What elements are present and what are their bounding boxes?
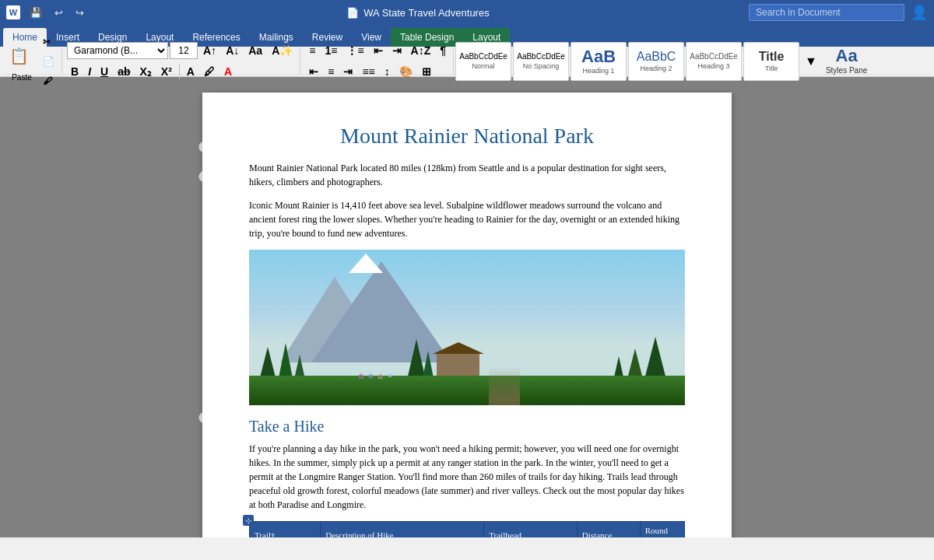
- col-distance: Distance: [577, 522, 640, 538]
- multilevel-button[interactable]: ⋮≡: [342, 41, 367, 60]
- style-title-label: Title: [765, 65, 778, 72]
- table-move-handle[interactable]: ⊹: [243, 515, 254, 526]
- flower-2: ✿: [368, 373, 374, 380]
- flower-1: ✿: [358, 373, 364, 380]
- increase-font-button[interactable]: A↑: [199, 41, 220, 60]
- text-color-button[interactable]: A: [220, 62, 236, 81]
- format-painter-button[interactable]: 🖌: [39, 72, 58, 90]
- styles-pane-button[interactable]: Aa Styles Pane: [823, 44, 870, 79]
- mountain-2: [311, 261, 451, 362]
- numbering-button[interactable]: 1≡: [321, 41, 341, 60]
- hike-title: Take a Hike: [249, 418, 685, 436]
- style-no-spacing-sample: AaBbCcDdEe: [517, 53, 565, 61]
- path: [489, 366, 520, 405]
- col-round-trip: Round Trip: [640, 522, 684, 538]
- style-title-sample: Title: [759, 51, 785, 63]
- intro-paragraph[interactable]: Mount Rainier National Park located 80 m…: [249, 161, 685, 189]
- word-logo-icon: 📄: [346, 7, 359, 19]
- shading-button[interactable]: 🎨: [395, 62, 416, 81]
- park-image: ✿ ✿ ✿ ✿: [249, 250, 685, 405]
- increase-indent-button[interactable]: ⇥: [388, 41, 406, 60]
- redo-button[interactable]: ↪: [72, 5, 87, 20]
- bullets-button[interactable]: ≡: [305, 41, 319, 60]
- decrease-font-button[interactable]: A↓: [222, 41, 243, 60]
- text-effect-button[interactable]: A✨: [268, 41, 297, 60]
- save-button[interactable]: 💾: [26, 5, 45, 20]
- style-normal[interactable]: AaBbCcDdEe Normal: [455, 42, 511, 81]
- meadow: [249, 376, 685, 405]
- style-heading1[interactable]: AaB Heading 1: [571, 42, 627, 81]
- document-title: WA State Travel Adventures: [363, 7, 489, 19]
- style-heading2[interactable]: AaBbC Heading 2: [628, 42, 684, 81]
- flowers: ✿ ✿ ✿ ✿: [358, 373, 392, 380]
- flower-3: ✿: [377, 373, 384, 380]
- justify-button[interactable]: ≡≡: [358, 62, 378, 81]
- col-trailhead: Trailhead: [484, 522, 578, 538]
- align-left-button[interactable]: ⇤: [305, 62, 322, 81]
- font-selector[interactable]: Garamond (B...: [67, 42, 168, 59]
- title-bar: W 💾 ↩ ↪ 📄 WA State Travel Adventures 👤: [0, 0, 934, 25]
- col-trail: Trail†: [250, 522, 321, 538]
- strikethrough-button[interactable]: ab: [114, 62, 134, 81]
- hike-table: Trail† Description of Hike Trailhead Dis…: [249, 521, 685, 537]
- word-icon: W: [6, 5, 20, 19]
- document-container: 👤 Sara Davis 👤 Garth Fort 👤 Sara Davis M…: [0, 77, 934, 537]
- detail-paragraph[interactable]: Iconic Mount Rainier is 14,410 feet abov…: [249, 198, 685, 240]
- user-icon: 👤: [911, 4, 928, 21]
- more-styles-button[interactable]: ▼: [801, 52, 821, 71]
- align-right-button[interactable]: ⇥: [339, 62, 356, 81]
- style-heading3-sample: AaBbCcDdEe: [690, 53, 738, 61]
- styles-group: AaBbCcDdEe Normal AaBbCcDdEe No Spacing …: [455, 42, 821, 81]
- pilcrow-button[interactable]: ¶: [436, 41, 450, 60]
- font-group: Garamond (B... A↑ A↓ Aa A✨ B I U ab X₂ X…: [64, 48, 300, 74]
- style-no-spacing-label: No Spacing: [523, 62, 560, 70]
- font-size-input[interactable]: [170, 42, 198, 59]
- doc-title: Mount Rainier National Park: [249, 124, 685, 149]
- style-normal-sample: AaBbCcDdEe: [459, 53, 507, 61]
- clear-format-button[interactable]: Aa: [244, 41, 266, 60]
- align-center-button[interactable]: ≡: [324, 62, 338, 81]
- undo-button[interactable]: ↩: [51, 5, 66, 20]
- style-heading1-label: Heading 1: [583, 67, 615, 75]
- sort-button[interactable]: A↕Z: [407, 41, 435, 60]
- search-input[interactable]: [749, 4, 904, 21]
- style-heading3-label: Heading 3: [698, 62, 730, 70]
- flower-4: ✿: [388, 373, 392, 380]
- style-heading1-sample: AaB: [581, 48, 616, 65]
- style-title[interactable]: Title Title: [743, 42, 799, 81]
- doc-wrapper: 👤 Sara Davis 👤 Garth Fort 👤 Sara Davis M…: [202, 93, 732, 522]
- underline-button[interactable]: U: [97, 62, 112, 81]
- superscript-button[interactable]: X²: [157, 62, 176, 81]
- line-spacing-button[interactable]: ↕: [381, 62, 394, 81]
- ribbon: 📋 Paste ✂ 📄 🖌 Garamond (B... A↑ A↓ Aa: [0, 47, 934, 77]
- decrease-indent-button[interactable]: ⇤: [370, 41, 387, 60]
- style-no-spacing[interactable]: AaBbCcDdEe No Spacing: [513, 42, 569, 81]
- lodge-roof: [433, 342, 484, 354]
- mountain-snow: [349, 254, 383, 273]
- paste-button[interactable]: 📋: [6, 40, 37, 72]
- paragraph-group: ≡ 1≡ ⋮≡ ⇤ ⇥ A↕Z ¶ ⇤ ≡ ⇥ ≡≡ ↕ 🎨 ⊞: [302, 48, 454, 74]
- cut-button[interactable]: ✂: [39, 33, 58, 51]
- table-header-row: Trail† Description of Hike Trailhead Dis…: [250, 522, 685, 538]
- table-wrapper: ⊹ Trail† Description of Hike Trailhead D…: [249, 521, 685, 537]
- copy-button[interactable]: 📄: [39, 52, 58, 71]
- col-description: Description of Hike: [321, 522, 484, 538]
- font-color-button[interactable]: A: [183, 62, 198, 81]
- subscript-button[interactable]: X₂: [135, 62, 155, 81]
- style-heading2-sample: AaBbC: [637, 51, 676, 63]
- bold-button[interactable]: B: [67, 62, 83, 81]
- styles-pane-label: Styles Pane: [826, 66, 867, 75]
- style-heading2-label: Heading 2: [641, 65, 672, 72]
- paste-label: Paste: [12, 73, 32, 82]
- highlight-button[interactable]: 🖊: [200, 62, 219, 81]
- style-normal-label: Normal: [472, 62, 495, 70]
- doc-page: Mount Rainier National Park Mount Rainie…: [202, 93, 732, 537]
- hike-paragraph[interactable]: If you're planning a day hike in the par…: [249, 442, 685, 512]
- styles-pane-icon: Aa: [836, 47, 858, 65]
- italic-button[interactable]: I: [84, 62, 95, 81]
- title-bar-center: 📄 WA State Travel Adventures: [346, 7, 489, 19]
- title-bar-right: 👤: [749, 4, 928, 21]
- borders-button[interactable]: ⊞: [418, 62, 435, 81]
- style-heading3[interactable]: AaBbCcDdEe Heading 3: [686, 42, 742, 81]
- lodge: [437, 354, 479, 376]
